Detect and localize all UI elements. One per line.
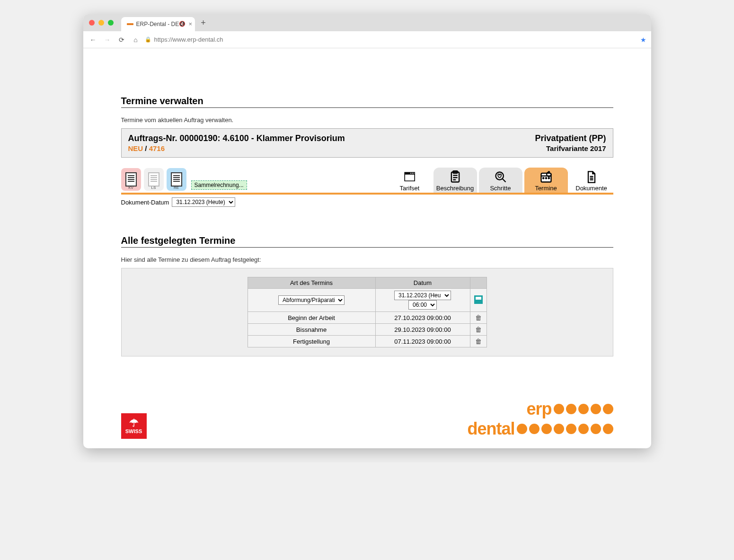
col-action (470, 277, 486, 289)
svg-point-9 (543, 178, 544, 178)
favicon (127, 23, 133, 25)
page-title: Termine verwalten (121, 96, 613, 108)
logo-dots (517, 424, 613, 434)
document-icon (148, 172, 159, 187)
appointment-type-select[interactable]: Abformung/Präparation (278, 295, 345, 305)
tarifset-icon: 🗔 (404, 169, 416, 185)
url-text: https://www.erp-dental.ch (154, 36, 223, 43)
close-tab-icon[interactable]: × (189, 20, 193, 27)
swiss-made-badge: ☂ SWISS (121, 413, 147, 439)
page-subtitle: Termine vom aktuellen Auftrag verwalten. (121, 116, 613, 124)
tab-dokumente[interactable]: Dokumente (570, 168, 613, 193)
address-field[interactable]: 🔒 https://www.erp-dental.ch (145, 36, 637, 43)
tab-schritte[interactable]: Schritte (479, 168, 522, 193)
svg-line-6 (502, 179, 505, 182)
calendar-icon (539, 169, 553, 185)
sammelrechnung-button[interactable]: Sammelrechnung... (191, 180, 247, 190)
document-icon (125, 172, 137, 187)
document-icon (585, 169, 598, 185)
tab-title: ERP-Dental - DE (136, 21, 179, 27)
doc-kv[interactable]: KV (121, 168, 141, 191)
appointment-time-select[interactable]: 06:00 (408, 300, 437, 310)
browser-window: ERP-Dental - DE 🔇 × + ← → ⟳ ⌂ 🔒 https://… (83, 14, 651, 448)
clipboard-icon (449, 169, 462, 185)
doc-ls[interactable]: LS (144, 168, 164, 191)
section-appointments-title: Alle festgelegten Termine (121, 235, 613, 248)
order-header-box: Auftrags-Nr. 00000190: 4.6100 - Klammer … (121, 128, 613, 158)
tab-termine[interactable]: Termine (524, 168, 568, 193)
titlebar: ERP-Dental - DE 🔇 × + (83, 14, 651, 31)
minimize-window[interactable] (98, 20, 104, 26)
toolbar-strip: KV LS RE Sammelrechnung... 🗔 Tarifset Be… (121, 162, 613, 195)
svg-point-11 (548, 178, 549, 178)
delete-icon[interactable]: 🗑 (475, 338, 482, 345)
appointment-date-select[interactable]: 31.12.2023 (Heute) (394, 291, 451, 300)
document-date-label: Dokument-Datum (121, 199, 169, 206)
maximize-window[interactable] (108, 20, 114, 26)
new-tab-button[interactable]: + (201, 18, 206, 28)
back-button[interactable]: ← (88, 36, 98, 44)
tab-beschreibung[interactable]: Beschreibung (433, 168, 477, 193)
order-status: NEU / 4716 (128, 144, 165, 152)
appointments-table: Art des Termins Datum Abformung/Präparat… (248, 277, 487, 347)
doc-re[interactable]: RE (167, 168, 186, 191)
save-icon[interactable] (474, 295, 483, 304)
document-date-select[interactable]: 31.12.2023 (Heute) (172, 197, 235, 207)
tooth-search-icon (494, 169, 507, 185)
col-type: Art des Termins (248, 277, 375, 289)
tariff-variant: Tarifvariante 2017 (546, 144, 606, 152)
forward-button[interactable]: → (102, 36, 113, 44)
mute-icon[interactable]: 🔇 (179, 21, 186, 27)
patient-type: Privatpatient (PP) (535, 133, 606, 143)
browser-tab[interactable]: ERP-Dental - DE 🔇 × (121, 17, 195, 31)
appointments-table-wrap: Art des Termins Datum Abformung/Präparat… (121, 268, 613, 356)
reload-button[interactable]: ⟳ (116, 36, 127, 44)
url-bar: ← → ⟳ ⌂ 🔒 https://www.erp-dental.ch ★ (83, 31, 651, 48)
table-row: Beginn der Arbeit 27.10.2023 09:00:00 🗑 (248, 312, 486, 324)
delete-icon[interactable]: 🗑 (475, 314, 482, 321)
tab-tarifset[interactable]: 🗔 Tarifset (388, 168, 432, 193)
umbrella-icon: ☂ (129, 418, 139, 428)
section-appointments-sub: Hier sind alle Termine zu diesem Auftrag… (121, 256, 613, 263)
delete-icon[interactable]: 🗑 (475, 326, 482, 333)
new-appointment-row: Abformung/Präparation 31.12.2023 (Heute)… (248, 289, 486, 312)
bookmark-icon[interactable]: ★ (640, 36, 646, 44)
logo-dots (554, 404, 613, 414)
lock-icon: 🔒 (145, 36, 151, 43)
window-controls (89, 20, 114, 26)
close-window[interactable] (89, 20, 95, 26)
document-icon (171, 172, 182, 187)
erp-dental-logo: erp dental (467, 399, 613, 439)
footer: ☂ SWISS erp dental (83, 399, 651, 448)
order-number: Auftrags-Nr. 00000190: 4.6100 - Klammer … (128, 133, 345, 143)
table-row: Fertigstellung 07.11.2023 09:00:00 🗑 (248, 336, 486, 347)
col-date: Datum (375, 277, 470, 289)
page-content: Termine verwalten Termine vom aktuellen … (83, 48, 651, 361)
svg-point-5 (495, 172, 503, 180)
table-row: Bissnahme 29.10.2023 09:00:00 🗑 (248, 324, 486, 336)
svg-point-10 (545, 178, 546, 178)
home-button[interactable]: ⌂ (131, 36, 141, 44)
document-date-row: Dokument-Datum 31.12.2023 (Heute) (121, 197, 613, 207)
